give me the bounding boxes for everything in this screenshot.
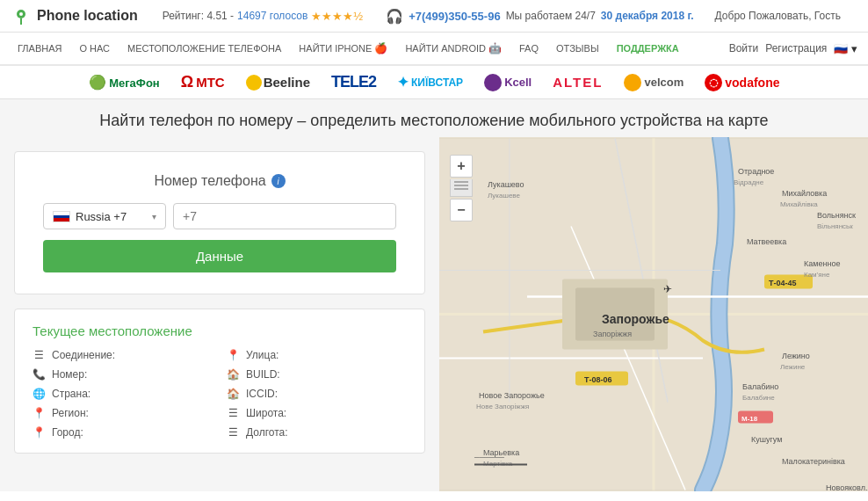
svg-text:Балабино: Балабино [742, 382, 778, 391]
phone-number-link[interactable]: +7(499)350-55-96 [409, 10, 500, 23]
iccid-icon: 🏠 [227, 388, 239, 400]
lat-label: Широта: [246, 407, 286, 419]
operators-bar: 🟢 МегаФон Ω МТС Beeline TELE2 ✦ КИЇВСТАР… [0, 66, 868, 99]
headset-icon: 🎧 [386, 8, 403, 25]
svg-text:Новое Запорожье: Новое Запорожье [479, 391, 545, 400]
rating-label: Рейтинг: 4.51 - [163, 10, 234, 22]
city-icon: 📍 [33, 426, 45, 439]
svg-text:Кушугум: Кушугум [751, 435, 782, 444]
country-label-loc: Страна: [52, 388, 90, 400]
svg-text:Лукашеве: Лукашеве [488, 192, 520, 200]
svg-text:Балабине: Балабине [742, 394, 775, 402]
op-kcell[interactable]: Kcell [484, 74, 532, 91]
nav-location[interactable]: МЕСТОПОЛОЖЕНИЕ ТЕЛЕФОНА [120, 32, 288, 65]
op-altel[interactable]: ALTEL [553, 75, 603, 90]
phone-input[interactable] [173, 203, 396, 229]
globe-icon: 🌐 [33, 388, 45, 400]
op-kyivstar[interactable]: ✦ КИЇВСТАР [397, 74, 463, 91]
country-select[interactable]: Russia +7 ▾ [43, 203, 166, 229]
pin-icon: 📍 [33, 407, 45, 419]
page-title: Найти телефон по номеру – определить мес… [0, 99, 868, 137]
svg-text:Новояковл...: Новояковл... [826, 483, 868, 492]
op-megafon[interactable]: 🟢 МегаФон [89, 74, 160, 91]
left-panel: Номер телефона i Russia +7 ▾ Данные Теку… [0, 137, 439, 491]
nav-login[interactable]: Войти [729, 42, 759, 54]
lat-icon: ☰ [227, 407, 239, 419]
form-title: Номер телефона i [43, 173, 396, 189]
street-label: Улица: [246, 349, 278, 361]
dropdown-arrow-icon: ▾ [152, 212, 156, 221]
phone-area: 🎧 +7(499)350-55-96 Мы работаем 24/7 30 д… [386, 8, 693, 25]
connection-label: Соединение: [52, 349, 115, 361]
main-content: Номер телефона i Russia +7 ▾ Данные Теку… [0, 137, 868, 491]
op-tele2[interactable]: TELE2 [331, 73, 376, 91]
nav-bar: ГЛАВНАЯ О НАС МЕСТОПОЛОЖЕНИЕ ТЕЛЕФОНА НА… [0, 33, 868, 66]
op-vodafone[interactable]: ◌ vodafone [705, 74, 779, 91]
apple-icon: 🍎 [374, 42, 387, 54]
svg-text:Михайлівка: Михайлівка [780, 200, 818, 208]
nav-find-android[interactable]: НАЙТИ ANDROID 🤖 [398, 32, 509, 65]
location-item-street: 📍 Улица: [227, 349, 407, 361]
op-mts[interactable]: Ω МТС [181, 73, 225, 91]
rating-votes-link[interactable]: 14697 голосов [237, 10, 307, 22]
street-icon: 📍 [227, 349, 239, 361]
svg-text:Каменное: Каменное [804, 259, 840, 268]
nav-right: Войти Регистрация 🇷🇺 ▾ [729, 42, 857, 55]
number-label: Номер: [52, 368, 87, 381]
svg-text:Матвеевка: Матвеевка [747, 237, 786, 246]
rating-area: Рейтинг: 4.51 - 14697 голосов ★★★★½ [163, 10, 364, 23]
map-area[interactable]: Запорожье Запоріжжя Т-08-06 Т-04-45 М-18… [439, 137, 868, 491]
svg-text:Лукашево: Лукашево [488, 180, 524, 189]
svg-text:Лежино: Лежино [782, 352, 810, 360]
location-item-region: 📍 Регион: [33, 407, 213, 419]
svg-text:Т-04-45: Т-04-45 [769, 279, 797, 287]
svg-text:──────: ────── [474, 454, 504, 461]
location-item-build: 🏠 BUILD: [227, 368, 407, 381]
op-beeline[interactable]: Beeline [246, 75, 310, 91]
build-icon: 🏠 [227, 368, 239, 381]
city-label: Город: [52, 426, 83, 439]
svg-text:Відрадне: Відрадне [734, 178, 764, 186]
logo: Phone location [11, 5, 138, 26]
svg-text:Отрадное: Отрадное [738, 167, 774, 176]
iccid-label: ICCID: [246, 388, 278, 400]
info-icon[interactable]: i [271, 174, 286, 188]
top-bar: Phone location Рейтинг: 4.51 - 14697 гол… [0, 0, 868, 33]
zoom-out-button[interactable]: − [450, 199, 473, 221]
location-right-col: 📍 Улица: 🏠 BUILD: 🏠 ICCID: ☰ Широта: [227, 349, 407, 439]
location-left-col: ☰ Соединение: 📞 Номер: 🌐 Страна: 📍 Регио… [33, 349, 213, 439]
location-item-city: 📍 Город: [33, 426, 213, 439]
svg-text:✈: ✈ [663, 283, 672, 295]
language-flag[interactable]: 🇷🇺 ▾ [834, 42, 857, 55]
location-item-number: 📞 Номер: [33, 368, 213, 381]
nav-support[interactable]: ПОДДЕРЖКА [610, 32, 686, 65]
nav-find-iphone-label: НАЙТИ IPHONE [299, 43, 372, 54]
submit-button[interactable]: Данные [43, 240, 396, 272]
svg-text:Кам'яне: Кам'яне [804, 271, 830, 279]
flag-ru [53, 211, 70, 222]
svg-text:Малокатеринівка: Малокатеринівка [782, 457, 845, 466]
lng-label: Долгота: [246, 426, 288, 439]
location-item-connection: ☰ Соединение: [33, 349, 213, 361]
build-label: BUILD: [246, 368, 280, 381]
nav-find-android-label: НАЙТИ ANDROID [405, 43, 486, 54]
nav-about[interactable]: О НАС [72, 32, 117, 65]
nav-register[interactable]: Регистрация [765, 42, 827, 54]
svg-point-1 [19, 12, 23, 16]
phone-icon: 📞 [33, 368, 45, 381]
map-controls: + − [450, 155, 473, 221]
location-item-lng: ☰ Долгота: [227, 426, 407, 439]
works-text: Мы работаем 24/7 [506, 10, 596, 22]
phone-input-row: Russia +7 ▾ [43, 203, 396, 229]
nav-find-iphone[interactable]: НАЙТИ IPHONE 🍎 [292, 32, 394, 65]
svg-text:Запоріжжя: Запоріжжя [593, 330, 632, 338]
op-velcom[interactable]: velcom [624, 74, 684, 91]
country-label: Russia +7 [76, 210, 127, 223]
zoom-in-button[interactable]: + [450, 155, 473, 178]
location-item-lat: ☰ Широта: [227, 407, 407, 419]
nav-home[interactable]: ГЛАВНАЯ [11, 32, 69, 65]
svg-text:М-18: М-18 [741, 415, 758, 423]
nav-faq[interactable]: FAQ [512, 32, 546, 65]
zoom-steps [450, 179, 473, 197]
nav-reviews[interactable]: ОТЗЫВЫ [549, 32, 606, 65]
